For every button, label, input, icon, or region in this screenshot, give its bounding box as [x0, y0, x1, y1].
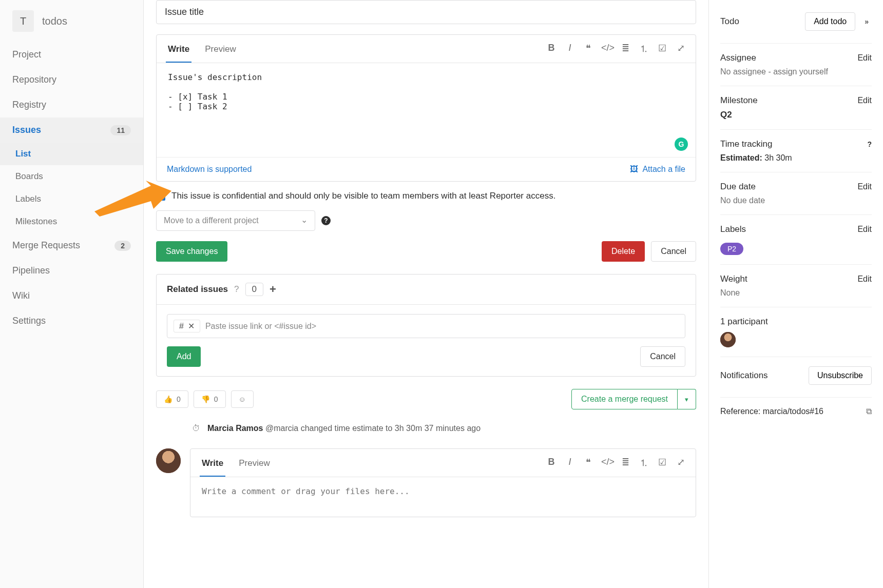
thumbs-down-button[interactable]: 👎0	[194, 390, 226, 408]
code-icon[interactable]: </>	[601, 457, 612, 469]
time-tracking-title: Time tracking	[720, 139, 772, 149]
nav-merge-requests[interactable]: Merge Requests 2	[0, 233, 143, 258]
assign-yourself-link[interactable]: assign yourself	[773, 67, 828, 76]
number-list-icon[interactable]: ⒈	[638, 43, 649, 55]
time-estimated-label: Estimated:	[720, 153, 762, 162]
label-p2[interactable]: P2	[720, 243, 743, 255]
nav-registry[interactable]: Registry	[0, 92, 143, 117]
bold-icon[interactable]: B	[546, 457, 557, 469]
nav-label: Registry	[12, 100, 46, 110]
due-date-edit[interactable]: Edit	[857, 182, 872, 191]
save-button[interactable]: Save changes	[156, 241, 227, 262]
task-list-icon[interactable]: ☑	[657, 457, 668, 469]
editor-toolbar: B I ❝ </> ≣ ⒈ ☑ ⤢	[546, 43, 686, 59]
task-list-icon[interactable]: ☑	[657, 43, 668, 55]
tab-write[interactable]: Write	[166, 39, 191, 63]
activity-item: ⏱ Marcia Ramos @marcia changed time esti…	[156, 424, 696, 433]
thumbs-up-button[interactable]: 👍0	[156, 390, 188, 408]
related-placeholder: Paste issue link or <#issue id>	[205, 322, 316, 331]
thumbs-down-count: 0	[214, 395, 218, 403]
comment-tab-preview[interactable]: Preview	[237, 453, 272, 477]
main-content: Write Preview B I ❝ </> ≣ ⒈ ☑ ⤢ Issue's …	[144, 0, 708, 588]
related-issues-panel: Related issues ? 0 + # ✕ Paste issue lin…	[156, 274, 696, 377]
labels-edit[interactable]: Edit	[857, 225, 872, 234]
activity-time: 37 minutes ago	[425, 424, 481, 433]
quote-icon[interactable]: ❝	[583, 457, 594, 469]
copy-reference-icon[interactable]: ⧉	[866, 407, 872, 416]
attach-file-link[interactable]: 🖼 Attach a file	[630, 165, 685, 174]
issues-badge: 11	[110, 125, 131, 135]
time-help-icon[interactable]: ?	[867, 140, 872, 148]
italic-icon[interactable]: I	[564, 43, 575, 55]
number-list-icon[interactable]: ⒈	[638, 457, 649, 469]
related-chip[interactable]: # ✕	[174, 320, 200, 332]
thumbs-down-icon: 👎	[201, 395, 210, 403]
description-editor: Write Preview B I ❝ </> ≣ ⒈ ☑ ⤢ Issue's …	[156, 34, 696, 182]
add-related-icon[interactable]: +	[270, 283, 276, 296]
assignee-edit[interactable]: Edit	[857, 53, 872, 63]
weight-edit[interactable]: Edit	[857, 275, 872, 284]
project-avatar: T	[12, 10, 34, 32]
delete-button[interactable]: Delete	[602, 241, 645, 262]
thumbs-up-count: 0	[177, 395, 181, 403]
comment-textarea[interactable]	[190, 477, 696, 515]
nav-sub-list[interactable]: List	[0, 143, 143, 165]
nav-project[interactable]: Project	[0, 42, 143, 67]
related-add-button[interactable]: Add	[167, 346, 201, 367]
bold-icon[interactable]: B	[546, 43, 557, 55]
mr-badge: 2	[114, 241, 131, 251]
nav-wiki[interactable]: Wiki	[0, 283, 143, 308]
comment-tab-write[interactable]: Write	[200, 453, 225, 477]
nav-sub-boards[interactable]: Boards	[0, 165, 143, 188]
nav-sub-labels[interactable]: Labels	[0, 188, 143, 210]
markdown-help-link[interactable]: Markdown is supported	[167, 165, 252, 174]
nav-settings[interactable]: Settings	[0, 308, 143, 334]
comment-toolbar: B I ❝ </> ≣ ⒈ ☑ ⤢	[546, 457, 686, 473]
unsubscribe-button[interactable]: Unsubscribe	[809, 366, 872, 385]
nav-label: Merge Requests	[12, 240, 80, 251]
milestone-value[interactable]: Q2	[720, 110, 872, 120]
confidential-checkbox[interactable]	[156, 191, 165, 201]
related-help-icon[interactable]: ?	[234, 284, 239, 295]
issue-title-input[interactable]	[156, 0, 696, 24]
participant-avatar[interactable]	[720, 332, 736, 347]
italic-icon[interactable]: I	[564, 457, 575, 469]
cancel-button[interactable]: Cancel	[651, 241, 696, 262]
image-icon: 🖼	[630, 165, 638, 174]
code-icon[interactable]: </>	[601, 43, 612, 55]
related-issue-input[interactable]: # ✕ Paste issue link or <#issue id>	[167, 314, 685, 338]
quote-icon[interactable]: ❝	[583, 43, 594, 55]
add-todo-button[interactable]: Add todo	[805, 12, 855, 31]
create-mr-dropdown[interactable]: ▾	[678, 389, 696, 409]
project-header[interactable]: T todos	[0, 0, 143, 42]
activity-user[interactable]: Marcia Ramos	[207, 424, 263, 433]
emoji-picker-button[interactable]: ☺	[231, 390, 254, 408]
bullet-list-icon[interactable]: ≣	[620, 457, 631, 469]
related-cancel-button[interactable]: Cancel	[640, 346, 685, 367]
collapse-sidebar-icon[interactable]: »	[861, 14, 872, 29]
nav-label: Project	[12, 49, 41, 60]
nav-sub-milestones[interactable]: Milestones	[0, 210, 143, 233]
nav-repository[interactable]: Repository	[0, 67, 143, 92]
nav-issues[interactable]: Issues 11	[0, 117, 143, 143]
move-project-select[interactable]: Move to a different project	[156, 210, 315, 231]
fullscreen-icon[interactable]: ⤢	[675, 43, 686, 55]
assignee-none: No assignee -	[720, 67, 771, 76]
chip-remove-icon[interactable]: ✕	[188, 321, 195, 331]
tab-preview[interactable]: Preview	[203, 39, 238, 63]
time-estimated-value: 3h 30m	[764, 153, 792, 162]
fullscreen-icon[interactable]: ⤢	[675, 457, 686, 469]
bullet-list-icon[interactable]: ≣	[620, 43, 631, 55]
grammarly-icon[interactable]: G	[675, 138, 688, 151]
user-avatar[interactable]	[156, 448, 181, 473]
weight-title: Weight	[720, 274, 747, 284]
create-mr-button[interactable]: Create a merge request	[571, 389, 678, 409]
move-help-icon[interactable]: ?	[321, 216, 331, 225]
activity-handle[interactable]: @marcia	[265, 424, 298, 433]
todo-title: Todo	[720, 16, 739, 27]
milestone-edit[interactable]: Edit	[857, 96, 872, 105]
labels-title: Labels	[720, 224, 746, 234]
nav-pipelines[interactable]: Pipelines	[0, 258, 143, 283]
due-date-title: Due date	[720, 182, 756, 192]
description-textarea[interactable]: Issue's description - [x] Task 1 - [ ] T…	[157, 63, 696, 155]
